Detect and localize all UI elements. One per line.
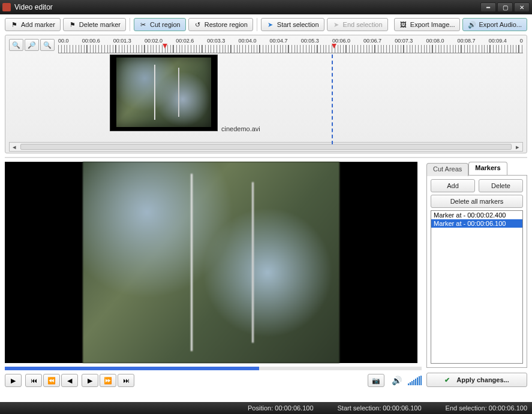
list-item[interactable]: Marker at - 00:00:06.100 — [431, 219, 522, 228]
timeline-panel: 🔍 🔎 🔍 00.000:00.600:01.300:02.000:02.600… — [5, 35, 527, 153]
fast-forward-button[interactable]: ⏩ — [100, 374, 116, 387]
marker-add-button[interactable]: Add — [431, 179, 475, 192]
zoom-in-icon: 🔍 — [12, 41, 20, 49]
restore-region-button[interactable]: ↺Restore region — [188, 18, 253, 31]
clip-filename: cinedemo.avi — [221, 125, 260, 132]
play-icon: ▶ — [11, 377, 16, 385]
image-export-icon: 🖼 — [399, 20, 408, 29]
step-back-button[interactable]: ◀ — [61, 374, 78, 387]
separator — [130, 18, 130, 31]
marker-delete-button[interactable]: Delete — [479, 179, 523, 192]
step-forward-icon: ▶ — [88, 377, 92, 385]
arrow-right-grey-icon: ➤ — [332, 20, 341, 29]
delete-marker-button[interactable]: ⚑Delete marker — [63, 18, 126, 31]
tab-cut-areas[interactable]: Cut Areas — [426, 163, 468, 176]
playhead-indicator[interactable] — [332, 44, 336, 49]
marker-indicator[interactable] — [163, 44, 167, 49]
zoom-out-button[interactable]: 🔎 — [25, 39, 39, 51]
end-selection-button: ➤End selection — [327, 18, 388, 31]
window-title: Video editor — [14, 3, 479, 11]
zoom-out-icon: 🔎 — [28, 41, 36, 49]
close-button[interactable]: ✕ — [514, 2, 530, 12]
clip-track[interactable]: cinedemo.avi — [58, 55, 523, 141]
transport-controls: ▶ ⏮ ⏪ ◀ ▶ ⏩ ⏭ 📷 🔊 — [5, 374, 422, 387]
cut-region-button[interactable]: ✂Cut region — [134, 18, 186, 31]
panel-divider[interactable] — [5, 157, 527, 158]
status-end-selection: End selection: 00:00:06.100 — [446, 404, 527, 412]
progress-bar[interactable] — [5, 367, 422, 370]
goto-end-button[interactable]: ⏭ — [118, 374, 134, 387]
video-preview — [5, 162, 417, 363]
tab-markers[interactable]: Markers — [468, 162, 507, 175]
zoom-fit-button[interactable]: 🔍 — [40, 39, 55, 51]
separator — [257, 18, 257, 31]
playhead-line[interactable] — [332, 55, 333, 144]
zoom-controls: 🔍 🔎 🔍 — [9, 38, 55, 51]
snapshot-button[interactable]: 📷 — [368, 374, 384, 387]
minimize-button[interactable]: ━ — [480, 2, 496, 12]
scrollbar-thumb[interactable] — [20, 144, 512, 150]
delete-all-markers-button[interactable]: Delete all markers — [431, 195, 523, 208]
titlebar: Video editor ━ ▢ ✕ — [0, 0, 532, 14]
zoom-fit-icon: 🔍 — [43, 41, 52, 49]
main-toolbar: ⚑Add marker ⚑Delete marker ✂Cut region ↺… — [5, 18, 527, 31]
flag-red-icon: ⚑ — [10, 20, 19, 29]
speaker-icon[interactable]: 🔊 — [392, 376, 402, 385]
export-audio-button[interactable]: 🔊Export Audio... — [462, 18, 527, 31]
maximize-button[interactable]: ▢ — [497, 2, 513, 12]
progress-fill — [5, 367, 259, 370]
apply-changes-button[interactable]: ✔ Apply changes... — [426, 373, 527, 387]
skip-start-icon: ⏮ — [31, 377, 37, 384]
check-icon: ✔ — [444, 376, 450, 384]
skip-end-icon: ⏭ — [123, 377, 130, 384]
app-icon — [2, 3, 11, 11]
play-button[interactable]: ▶ — [5, 374, 22, 387]
markers-list[interactable]: Marker at - 00:00:02.400Marker at - 00:0… — [431, 210, 523, 364]
timeline-ruler[interactable]: 00.000:00.600:01.300:02.000:02.600:03.30… — [58, 38, 523, 141]
audio-export-icon: 🔊 — [468, 20, 476, 29]
scissors-icon: ✂ — [139, 20, 148, 29]
scroll-right-button[interactable]: ▸ — [513, 143, 522, 151]
zoom-in-button[interactable]: 🔍 — [9, 39, 23, 51]
side-tabs: Cut Areas Markers — [426, 162, 527, 175]
rewind-icon: ⏪ — [47, 377, 56, 385]
clip-thumbnail — [116, 58, 211, 127]
add-marker-button[interactable]: ⚑Add marker — [5, 18, 61, 31]
scroll-left-button[interactable]: ◂ — [10, 143, 19, 151]
status-position: Position: 00:00:06.100 — [248, 404, 314, 412]
arrow-right-blue-icon: ➤ — [266, 20, 275, 29]
fast-forward-icon: ⏩ — [104, 377, 112, 385]
goto-start-button[interactable]: ⏮ — [25, 374, 42, 387]
volume-meter[interactable] — [408, 376, 422, 385]
markers-panel: Add Delete Delete all markers Marker at … — [426, 175, 527, 368]
status-bar: Position: 00:00:06.100 Start selection: … — [0, 402, 532, 414]
camera-icon: 📷 — [372, 377, 380, 385]
rewind-button[interactable]: ⏪ — [43, 374, 60, 387]
restore-icon: ↺ — [194, 20, 202, 29]
status-start-selection: Start selection: 00:00:06.100 — [338, 404, 422, 412]
step-forward-button[interactable]: ▶ — [82, 374, 98, 387]
list-item[interactable]: Marker at - 00:00:02.400 — [431, 211, 522, 219]
export-image-button[interactable]: 🖼Export Image... — [394, 18, 461, 31]
step-back-icon: ◀ — [67, 377, 72, 385]
flag-remove-icon: ⚑ — [68, 20, 77, 29]
start-selection-button[interactable]: ➤Start selection — [261, 18, 324, 31]
timeline-scrollbar[interactable]: ◂ ▸ — [9, 142, 523, 152]
preview-frame — [83, 162, 339, 363]
video-clip[interactable] — [110, 55, 218, 131]
